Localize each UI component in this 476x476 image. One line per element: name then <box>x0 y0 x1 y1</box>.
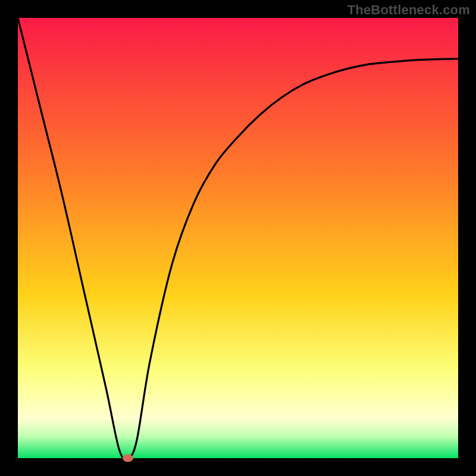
bottleneck-chart <box>0 0 476 476</box>
plot-background <box>18 18 458 458</box>
source-attribution: TheBottleneck.com <box>347 2 470 18</box>
minimum-marker <box>123 455 133 462</box>
chart-frame: TheBottleneck.com <box>0 0 476 476</box>
